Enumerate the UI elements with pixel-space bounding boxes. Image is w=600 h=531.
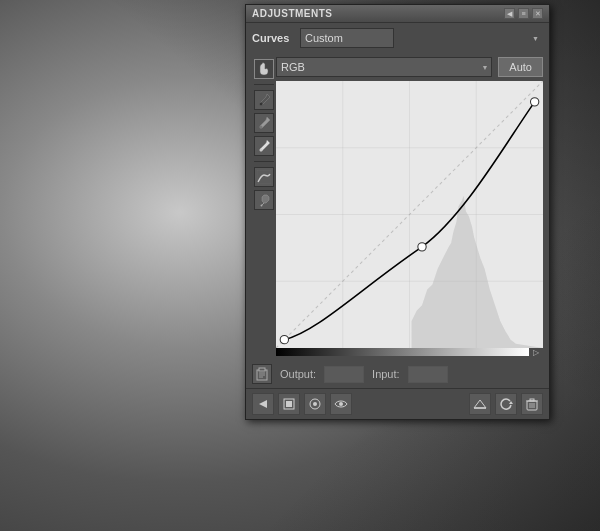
output-input-row: Output: Input: — [246, 360, 549, 388]
footer-toolbar — [246, 388, 549, 419]
eyedropper-white-icon — [258, 139, 271, 153]
svg-point-0 — [259, 103, 262, 106]
finger-icon — [257, 62, 271, 76]
svg-rect-28 — [530, 399, 534, 401]
control-point-2[interactable] — [418, 243, 426, 251]
svg-point-5 — [260, 205, 262, 207]
curve-canvas-wrapper[interactable]: ▷ — [276, 81, 543, 356]
control-point-3[interactable] — [530, 98, 538, 106]
eye-icon — [334, 399, 348, 409]
clip-below-icon — [473, 398, 487, 410]
eyedropper-sample-button[interactable] — [254, 190, 274, 210]
collapse-button[interactable]: ◀ — [504, 8, 515, 19]
svg-marker-18 — [259, 400, 267, 408]
toolbar-separator-1 — [254, 84, 274, 85]
delete-button[interactable] — [521, 393, 543, 415]
curve-tool-button[interactable] — [254, 167, 274, 187]
title-bar: ADJUSTMENTS ◀ ≡ ✕ — [246, 5, 549, 23]
svg-point-2 — [259, 149, 262, 152]
menu-button[interactable]: ≡ — [518, 8, 529, 19]
back-arrow-button[interactable] — [252, 393, 274, 415]
eyedropper-gray-button[interactable] — [254, 113, 274, 133]
eyedropper-white-button[interactable] — [254, 136, 274, 156]
title-icons: ◀ ≡ ✕ — [504, 8, 543, 19]
output-label: Output: — [280, 368, 316, 380]
svg-line-4 — [262, 203, 264, 205]
close-button[interactable]: ✕ — [532, 8, 543, 19]
preset-select[interactable]: Custom Default Strong Contrast Linear Co… — [300, 28, 394, 48]
input-gradient — [276, 348, 529, 356]
footer-right-buttons — [469, 393, 543, 415]
refresh-icon — [500, 398, 513, 411]
panel-title: ADJUSTMENTS — [252, 8, 333, 19]
histogram-shape — [412, 196, 543, 348]
input-value-field[interactable] — [408, 366, 448, 383]
adjustments-panel: ADJUSTMENTS ◀ ≡ ✕ Curves Custom Default … — [245, 4, 550, 420]
mask-button[interactable] — [304, 393, 326, 415]
svg-rect-3 — [257, 170, 271, 184]
curve-section: RGB Red Green Blue Auto — [276, 57, 543, 356]
curves-header: Curves Custom Default Strong Contrast Li… — [246, 23, 549, 53]
curve-display-icon — [257, 170, 271, 184]
svg-rect-14 — [259, 368, 265, 371]
channel-select[interactable]: RGB Red Green Blue — [276, 57, 492, 77]
input-label: Input: — [372, 368, 400, 380]
main-content: RGB Red Green Blue Auto — [246, 53, 549, 360]
output-value-field[interactable] — [324, 366, 364, 383]
eyedropper-gray-icon — [258, 116, 271, 130]
auto-button[interactable]: Auto — [498, 57, 543, 77]
eyedropper-sample-icon — [258, 193, 271, 207]
footer-left-buttons — [252, 393, 352, 415]
back-arrow-icon — [257, 398, 269, 410]
preset-select-wrapper: Custom Default Strong Contrast Linear Co… — [300, 28, 543, 48]
rgb-row: RGB Red Green Blue Auto — [276, 57, 543, 77]
toolbar-separator-2 — [254, 161, 274, 162]
trash-icon — [526, 398, 538, 411]
finger-tool-button[interactable] — [254, 59, 274, 79]
eyedropper-black-button[interactable] — [254, 90, 274, 110]
eye-button[interactable] — [330, 393, 352, 415]
triangle-icon: ▷ — [533, 348, 539, 357]
svg-marker-25 — [509, 401, 513, 404]
svg-point-22 — [313, 402, 317, 406]
curves-graph[interactable] — [276, 81, 543, 348]
svg-rect-20 — [286, 401, 292, 407]
refresh-button[interactable] — [495, 393, 517, 415]
channel-select-wrapper: RGB Red Green Blue — [276, 57, 492, 77]
svg-point-1 — [259, 126, 262, 129]
clip-below-button[interactable] — [469, 393, 491, 415]
curves-label: Curves — [252, 32, 294, 44]
title-bar-left: ADJUSTMENTS — [252, 8, 333, 19]
gradient-bar: ▷ — [276, 348, 543, 356]
triangle-container: ▷ — [529, 348, 543, 356]
eyedropper-black-icon — [258, 93, 271, 107]
clipboard-icon — [252, 364, 272, 384]
svg-point-23 — [339, 402, 343, 406]
mask-icon — [309, 398, 321, 410]
expand-icon — [283, 398, 295, 410]
left-toolbar — [252, 57, 276, 356]
control-point-1[interactable] — [280, 335, 288, 343]
expand-button[interactable] — [278, 393, 300, 415]
